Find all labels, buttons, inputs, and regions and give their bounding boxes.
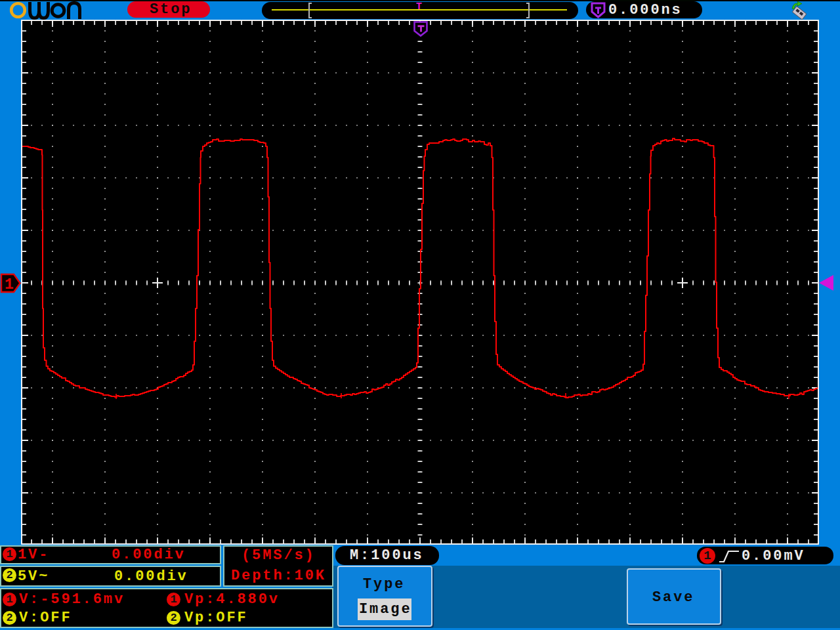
svg-text:1: 1 <box>5 276 14 293</box>
